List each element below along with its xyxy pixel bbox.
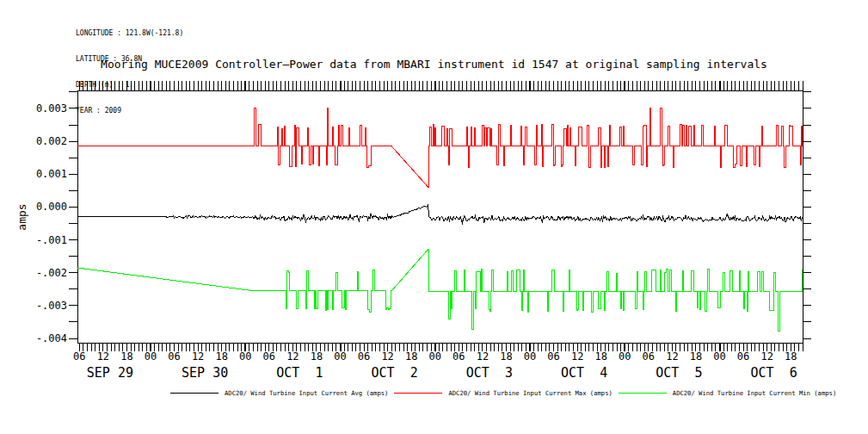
x-date-label: OCT 2 [372, 365, 418, 381]
x-tick-label: 12 [286, 350, 299, 363]
legend-line-max [394, 393, 442, 394]
x-tick-label: 12 [571, 350, 583, 363]
y-tick-label: 0.001 [36, 168, 67, 180]
chart-legend: ADC20/ Wind Turbine Input Current Avg (a… [170, 389, 836, 397]
x-date-label: SEP 30 [182, 365, 228, 381]
x-tick-label: 12 [192, 350, 204, 363]
x-tick-label: 18 [785, 350, 797, 363]
x-tick-label: 00 [429, 350, 441, 363]
x-tick-label: 12 [477, 350, 489, 363]
x-tick-label: 00 [145, 350, 157, 363]
x-tick-label: 06 [737, 350, 749, 363]
x-tick-label: 06 [547, 350, 559, 363]
x-tick-label: 18 [690, 350, 702, 363]
x-tick-label: 00 [239, 350, 251, 363]
x-tick-label: 00 [334, 350, 346, 363]
legend-label-min: ADC20/ Wind Turbine Input Current Min (a… [673, 389, 836, 397]
x-date-label: OCT 6 [751, 365, 797, 381]
series-line-max [77, 108, 803, 188]
x-tick-label: 12 [760, 350, 773, 363]
x-tick-label: 18 [500, 350, 512, 363]
x-tick-label: 06 [452, 350, 465, 363]
x-tick-label: 12 [381, 350, 393, 363]
x-tick-label: 06 [168, 350, 180, 363]
x-tick-label: 18 [120, 350, 132, 363]
series-line-avg [77, 205, 803, 223]
y-tick-label: -.002 [36, 267, 67, 279]
y-axis-title: amps [15, 203, 28, 230]
y-tick-label: -.004 [36, 332, 67, 344]
legend-line-avg [170, 393, 219, 394]
x-tick-label: 06 [263, 350, 275, 363]
y-tick-label: -.001 [36, 234, 67, 246]
x-tick-label: 12 [97, 350, 109, 363]
x-date-label: OCT 5 [656, 365, 702, 381]
plot-page: LONGITUDE : 121.8W(-121.8) LATITUDE : 36… [0, 0, 868, 434]
x-date-label: OCT 3 [466, 365, 513, 381]
y-tick-label: 0.000 [36, 201, 67, 213]
legend-label-avg: ADC20/ Wind Turbine Input Current Avg (a… [225, 389, 388, 397]
y-tick-label: -.003 [36, 300, 67, 312]
x-tick-label: 06 [358, 350, 370, 363]
x-tick-label: 18 [594, 350, 606, 363]
y-tick-label: 0.002 [36, 135, 67, 147]
x-date-label: OCT 1 [276, 365, 323, 381]
x-tick-label: 00 [524, 350, 536, 363]
x-date-label: OCT 4 [561, 365, 607, 381]
legend-line-min [619, 393, 667, 394]
x-tick-label: 06 [643, 350, 655, 363]
series-layer [77, 108, 803, 331]
x-tick-label: 00 [619, 350, 631, 363]
x-tick-label: 18 [311, 350, 323, 363]
y-tick-label: 0.003 [36, 102, 67, 115]
x-date-label: SEP 29 [87, 365, 133, 381]
series-line-min [77, 249, 803, 331]
x-tick-label: 18 [405, 350, 417, 363]
chart: 0.0030.0020.0010.000-.001-.002-.003-.004… [0, 0, 868, 434]
axes-layer [69, 81, 811, 351]
x-tick-label: 18 [215, 350, 227, 363]
x-tick-label: 00 [713, 350, 725, 363]
x-tick-label: 06 [73, 350, 85, 363]
legend-label-max: ADC20/ Wind Turbine Input Current Max (a… [448, 389, 612, 397]
x-tick-label: 12 [666, 350, 678, 363]
